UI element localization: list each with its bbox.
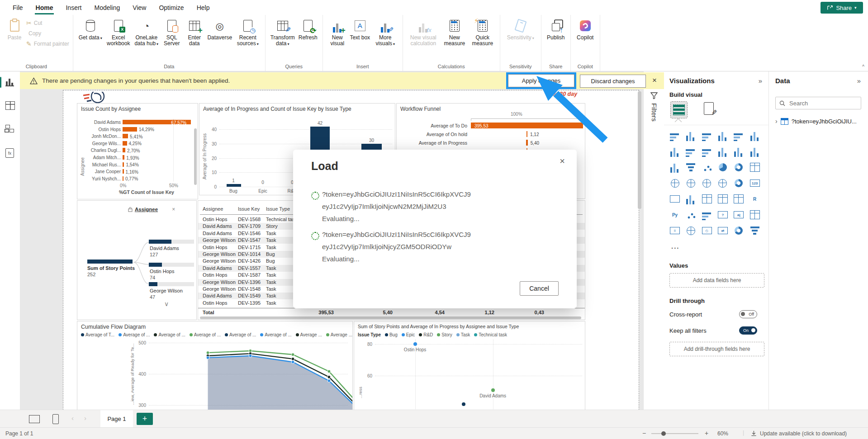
100-stacked-bar-chart-icon[interactable] xyxy=(733,130,744,141)
onelake-data-hub-button[interactable]: ◔OneLake data hub▾ xyxy=(133,18,160,47)
kpi-diamond-icon[interactable] xyxy=(733,225,744,236)
menu-item-view[interactable]: View xyxy=(126,1,152,14)
recent-sources-button[interactable]: ◷Recent sources▾ xyxy=(234,18,261,47)
r-script-visual-icon[interactable]: R xyxy=(749,194,760,204)
visual-scatter-story-points[interactable]: Sum of Story Points and Average of In Pr… xyxy=(354,321,585,410)
scatter-chart-icon[interactable] xyxy=(702,162,712,173)
zoom-in-icon[interactable]: + xyxy=(705,430,708,437)
key-influencers-icon[interactable] xyxy=(685,209,696,220)
metrics-icon[interactable] xyxy=(749,209,760,220)
filled-map-icon[interactable] xyxy=(685,178,696,189)
sql-server-button[interactable]: SQL Server xyxy=(161,18,183,47)
stacked-bar-chart-icon[interactable] xyxy=(669,130,680,141)
visual-scrollbar[interactable] xyxy=(194,128,197,185)
paginated-report-icon[interactable]: ≡ xyxy=(669,225,680,236)
banner-close-icon[interactable]: × xyxy=(652,76,657,85)
matrix-icon[interactable] xyxy=(733,194,744,204)
cross-report-toggle[interactable]: Off xyxy=(739,310,757,318)
mobile-layout-icon[interactable] xyxy=(52,414,59,424)
zoom-slider-handle[interactable] xyxy=(661,431,666,436)
transform-data-button[interactable]: ✎Transform data▾ xyxy=(269,18,296,47)
filters-pane-collapsed[interactable]: Filters xyxy=(643,71,665,410)
discard-changes-button[interactable]: Discard changes xyxy=(580,75,646,88)
gauge-icon[interactable] xyxy=(733,178,744,189)
legend-item[interactable]: Technical task xyxy=(474,332,507,337)
line-and-clustered-column-chart-icon[interactable] xyxy=(733,146,744,157)
dialog-close-icon[interactable]: × xyxy=(560,156,565,166)
legend-item[interactable]: Task xyxy=(456,332,470,337)
line-and-stacked-column-chart-icon[interactable] xyxy=(717,146,728,157)
zoom-slider[interactable] xyxy=(651,433,698,434)
data-panel-collapse-icon[interactable]: » xyxy=(857,77,861,85)
tree-root-bar[interactable] xyxy=(87,260,133,264)
area-chart-icon[interactable] xyxy=(685,146,696,157)
tab-format-visual[interactable]: ✎ xyxy=(704,102,717,118)
next-page-icon[interactable]: › xyxy=(84,414,86,422)
publish-button[interactable]: ↑Publish xyxy=(545,18,567,41)
azure-map-icon[interactable] xyxy=(717,178,728,189)
legend-item[interactable]: R&D xyxy=(419,332,433,337)
pie-chart-icon[interactable] xyxy=(717,162,728,173)
python-visual-icon[interactable]: Py xyxy=(669,209,680,220)
bar[interactable] xyxy=(123,127,137,132)
clustered-column-chart-icon[interactable] xyxy=(717,130,728,141)
share-button[interactable]: Share ▾ xyxy=(821,2,863,14)
map-icon[interactable] xyxy=(669,178,680,189)
multi-row-card-icon[interactable] xyxy=(669,194,680,204)
power-automate-icon[interactable]: ⇄ xyxy=(717,225,728,236)
scatter-point[interactable] xyxy=(462,402,465,406)
table-scrollbar[interactable] xyxy=(200,316,581,319)
funnel-bar[interactable] xyxy=(526,131,527,137)
menu-item-modeling[interactable]: Modeling xyxy=(88,1,126,14)
search-input[interactable] xyxy=(788,99,854,107)
apply-changes-button[interactable]: Apply changes xyxy=(508,74,574,87)
keep-all-filters-toggle[interactable]: On xyxy=(739,326,757,335)
bar[interactable] xyxy=(123,148,125,152)
smart-narrative-icon[interactable]: a| xyxy=(733,209,744,220)
menu-item-file[interactable]: File xyxy=(6,1,29,14)
more-visual-types[interactable]: ... xyxy=(671,242,680,250)
model-item-row[interactable]: › ?token=eyJhbGciOiJIU... xyxy=(775,118,857,125)
bar[interactable] xyxy=(123,162,124,167)
100-stacked-column-chart-icon[interactable] xyxy=(749,130,760,141)
funnel-bar[interactable] xyxy=(526,140,527,146)
stacked-column-chart-icon[interactable] xyxy=(685,130,696,141)
ribbon-chart-icon[interactable] xyxy=(749,146,760,157)
add-page-button[interactable]: + xyxy=(137,413,153,425)
legend-item[interactable]: Epic xyxy=(402,332,415,337)
page-tab[interactable]: Page 1 xyxy=(100,410,133,428)
clustered-bar-chart-icon[interactable] xyxy=(702,130,712,141)
zoom-out-icon[interactable]: − xyxy=(642,430,646,437)
add-drill-through-well[interactable]: Add drill-through fields here xyxy=(669,342,764,356)
scatter-point[interactable] xyxy=(491,388,495,392)
ribbon-collapse-icon[interactable]: ^ xyxy=(862,64,864,69)
expand-chevron-icon[interactable]: › xyxy=(775,118,778,125)
bar[interactable] xyxy=(123,155,124,160)
scatter-point[interactable] xyxy=(413,342,417,346)
card-icon[interactable]: 123 xyxy=(749,178,760,189)
dax-query-view-icon[interactable]: fx xyxy=(5,148,15,158)
new-visual-button[interactable]: +New visual xyxy=(327,18,348,47)
bar-small[interactable] xyxy=(227,184,241,187)
visual-issue-count-by-assignee[interactable]: Issue Count by AssigneeAssigneeDavid Ada… xyxy=(77,103,198,199)
power-apps-icon[interactable]: ◇ xyxy=(702,225,712,236)
prev-page-icon[interactable]: ‹ xyxy=(71,414,74,422)
bar[interactable] xyxy=(123,134,128,138)
model-view-icon[interactable] xyxy=(5,125,15,134)
copilot-button[interactable]: Copilot xyxy=(574,18,596,41)
visual-decomposition-tree[interactable]: Assignee×Sum of Story Points252David Ada… xyxy=(77,200,197,320)
table-icon[interactable] xyxy=(717,194,728,204)
q-and-a-icon[interactable]: ? xyxy=(717,209,728,220)
get-data-button[interactable]: Get data▾ xyxy=(77,18,104,41)
more-visuals-button[interactable]: ✎More visuals▾ xyxy=(372,18,399,47)
dataverse-button[interactable]: ◎Dataverse xyxy=(206,18,233,41)
bar[interactable] xyxy=(123,141,127,146)
legend-item[interactable]: Bug xyxy=(385,332,398,337)
tree-node-bar[interactable] xyxy=(149,282,157,286)
decomposition-tree-icon[interactable] xyxy=(702,209,712,220)
add-data-fields-well[interactable]: Add data fields here xyxy=(669,273,764,288)
menu-item-optimize[interactable]: Optimize xyxy=(152,1,190,14)
line-chart-icon[interactable] xyxy=(669,146,680,157)
tree-node-bar[interactable] xyxy=(149,263,162,267)
treemap-icon[interactable] xyxy=(749,162,760,173)
